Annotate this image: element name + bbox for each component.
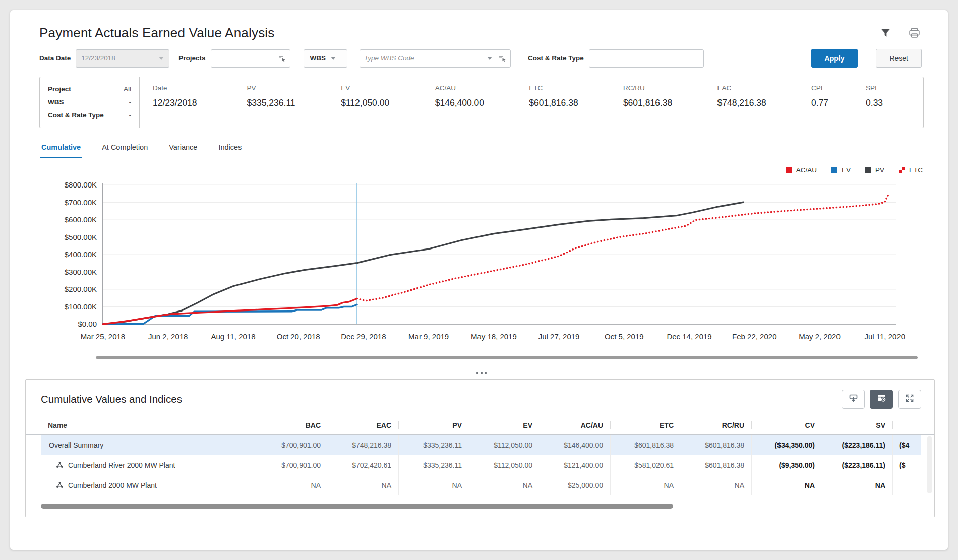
table-horizontal-scrollbar[interactable]	[41, 504, 673, 509]
y-axis-tick-label: $700.00K	[65, 198, 97, 207]
tabs: CumulativeAt CompletionVarianceIndices	[39, 140, 924, 158]
table-cell: NA	[611, 475, 681, 495]
table-row[interactable]: Overall Summary$700,901.00$748,216.38$33…	[41, 435, 921, 455]
x-axis-tick-label: Mar 9, 2019	[408, 332, 449, 341]
ev-chart[interactable]: $0.00$100.00K$200.00K$300.00K$400.00K$50…	[39, 176, 924, 353]
x-axis-tick-label: May 2, 2020	[799, 332, 841, 341]
picker-icon[interactable]	[498, 54, 506, 63]
legend-marker-icon	[899, 167, 905, 173]
app-card: Payment Actuals Earned Value Analysis Da…	[10, 10, 948, 550]
table-cell	[893, 475, 921, 495]
chevron-down-icon[interactable]	[487, 57, 492, 60]
summary-metric-etc: ETC$601,816.38	[529, 84, 623, 121]
projects-input[interactable]	[211, 50, 277, 67]
metric-value: 0.77	[811, 98, 866, 108]
data-date-select[interactable]: 12/23/2018	[76, 49, 169, 68]
table-row[interactable]: Cumberland River 2000 MW Plant$700,901.0…	[41, 455, 921, 475]
table-cell: $25,000.00	[540, 475, 611, 495]
legend-item-ac-au[interactable]: AC/AU	[786, 166, 817, 174]
metric-label: CPI	[811, 84, 866, 92]
projects-input-wrap	[211, 49, 290, 68]
column-header-rc-ru[interactable]: RC/RU	[681, 421, 752, 429]
y-axis-tick-label: $400.00K	[65, 250, 97, 259]
data-date-value: 12/23/2018	[76, 54, 157, 62]
panel-splitter-handle[interactable]	[39, 372, 924, 374]
legend-item-etc[interactable]: ETC	[899, 166, 923, 174]
series-ev	[103, 304, 357, 324]
printer-icon[interactable]	[908, 27, 921, 39]
legend-item-pv[interactable]: PV	[865, 166, 884, 174]
y-axis-tick-label: $200.00K	[65, 285, 97, 293]
table-cell: $601,816.38	[681, 455, 752, 475]
summary-metric-ac-au: AC/AU$146,400.00	[435, 84, 529, 121]
reset-button[interactable]: Reset	[876, 49, 922, 68]
row-name-cell: Cumberland 2000 MW Plant	[41, 475, 258, 495]
scope-label: Project	[48, 84, 71, 94]
table-cell: $601,816.38	[681, 435, 752, 455]
table-cell: $121,400.00	[540, 455, 611, 475]
column-header-eac[interactable]: EAC	[328, 421, 399, 429]
tab-at-completion[interactable]: At Completion	[101, 140, 149, 158]
metric-label: PV	[247, 84, 341, 92]
tab-cumulative[interactable]: Cumulative	[40, 140, 82, 158]
metric-label: SPI	[866, 84, 920, 92]
chart-horizontal-scrollbar[interactable]	[96, 356, 918, 359]
column-header-bac[interactable]: BAC	[258, 421, 328, 429]
legend-marker-icon	[831, 167, 837, 173]
column-header-cv[interactable]: CV	[752, 421, 822, 429]
metric-value: $601,816.38	[623, 98, 717, 108]
column-header-ev[interactable]: EV	[469, 421, 540, 429]
column-header-pv[interactable]: PV	[399, 421, 469, 429]
scope-value: All	[124, 84, 131, 94]
metric-label: EAC	[717, 84, 811, 92]
chevron-down-icon	[159, 57, 164, 60]
table-cell: NA	[822, 475, 893, 495]
x-axis-tick-label: Jul 11, 2020	[864, 332, 905, 341]
x-axis-tick-label: Oct 5, 2019	[605, 332, 644, 341]
metric-value: $601,816.38	[529, 98, 623, 108]
wbs-code-combobox	[360, 49, 511, 68]
table-toolbar	[842, 390, 921, 409]
table-settings-button[interactable]	[870, 390, 893, 409]
expand-button[interactable]	[898, 390, 921, 409]
apply-button[interactable]: Apply	[811, 49, 858, 68]
column-header-ac-au[interactable]: AC/AU	[540, 421, 611, 429]
metric-label: AC/AU	[435, 84, 529, 92]
metric-value: $748,216.38	[717, 98, 811, 108]
summary-metric-cpi: CPI0.77	[811, 84, 866, 121]
tab-indices[interactable]: Indices	[217, 140, 243, 158]
picker-icon[interactable]	[278, 54, 286, 63]
table-row[interactable]: Cumberland 2000 MW PlantNANANANA$25,000.…	[41, 475, 921, 495]
legend-marker-icon	[865, 167, 871, 173]
table-cell: $112,050.00	[469, 435, 540, 455]
download-button[interactable]	[842, 390, 865, 409]
column-header-name[interactable]: Name	[41, 421, 258, 429]
summary-scope-row: Cost & Rate Type-	[48, 110, 131, 120]
table-cell: NA	[258, 475, 328, 495]
wbs-dropdown-button[interactable]: WBS	[304, 49, 348, 68]
summary-metrics: Date12/23/2018PV$335,236.11EV$112,050.00…	[140, 77, 923, 128]
y-axis-tick-label: $600.00K	[65, 215, 97, 224]
chevron-down-icon	[331, 57, 336, 60]
title-icons	[880, 27, 921, 39]
series-pv	[103, 202, 743, 324]
table-vertical-scrollbar[interactable]	[927, 436, 932, 493]
row-name-cell: Cumberland River 2000 MW Plant	[41, 455, 258, 475]
page-title: Payment Actuals Earned Value Analysis	[39, 25, 275, 41]
wbs-code-input[interactable]	[360, 50, 485, 67]
legend-item-ev[interactable]: EV	[831, 166, 851, 174]
column-header-sv[interactable]: SV	[822, 421, 893, 429]
column-header-etc[interactable]: ETC	[611, 421, 681, 429]
tab-variance[interactable]: Variance	[168, 140, 198, 158]
metric-value: $146,400.00	[435, 98, 529, 108]
table-cell: NA	[399, 475, 469, 495]
cost-rate-type-input[interactable]	[589, 50, 703, 67]
chart-area: $0.00$100.00K$200.00K$300.00K$400.00K$50…	[39, 176, 924, 359]
legend-label: ETC	[909, 166, 923, 174]
filter-funnel-icon[interactable]	[880, 28, 891, 38]
projects-label: Projects	[178, 54, 205, 62]
table-cell: ($	[893, 455, 921, 475]
summary-metric-ev: EV$112,050.00	[341, 84, 435, 121]
table-cell: $581,020.61	[611, 455, 681, 475]
summary-scope-row: WBS-	[48, 97, 131, 107]
